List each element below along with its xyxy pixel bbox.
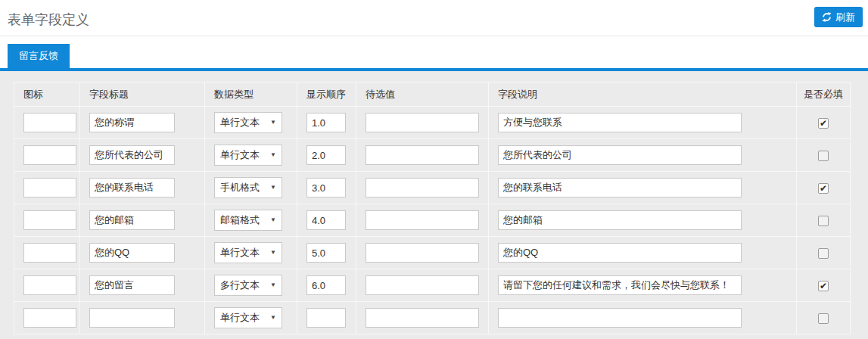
required-checkbox[interactable] bbox=[818, 151, 829, 161]
candidate-input[interactable] bbox=[366, 113, 479, 132]
required-checkbox[interactable]: ✔ bbox=[818, 281, 829, 291]
icon-input[interactable] bbox=[23, 113, 76, 132]
column-header-title: 字段标题 bbox=[80, 82, 205, 107]
display-order-input[interactable] bbox=[306, 210, 346, 230]
page-title: 表单字段定义 bbox=[8, 11, 89, 29]
icon-input[interactable] bbox=[23, 178, 76, 197]
column-header-icon: 图标 bbox=[14, 82, 80, 107]
chevron-down-icon: ▼ bbox=[270, 152, 276, 158]
content-panel: 图标 字段标题 数据类型 显示顺序 待选值 字段说明 是否必填 单行文本 ▼ ✔ bbox=[0, 71, 868, 339]
candidate-input[interactable] bbox=[366, 275, 479, 295]
column-header-order: 显示顺序 bbox=[297, 82, 356, 107]
data-type-value: 单行文本 bbox=[220, 311, 260, 325]
data-type-select[interactable]: 多行文本 ▼ bbox=[214, 275, 282, 296]
refresh-icon bbox=[822, 12, 832, 22]
data-type-value: 单行文本 bbox=[220, 148, 260, 162]
candidate-input[interactable] bbox=[366, 210, 479, 230]
chevron-down-icon: ▼ bbox=[270, 217, 276, 223]
data-type-value: 多行文本 bbox=[220, 278, 260, 292]
field-title-input[interactable] bbox=[89, 113, 175, 132]
icon-input[interactable] bbox=[23, 308, 76, 328]
column-header-candidate: 待选值 bbox=[356, 82, 489, 107]
data-type-select[interactable]: 单行文本 ▼ bbox=[214, 145, 282, 166]
required-checkbox[interactable] bbox=[818, 313, 829, 324]
data-type-select[interactable]: 单行文本 ▼ bbox=[214, 307, 282, 328]
column-header-desc: 字段说明 bbox=[489, 82, 797, 107]
display-order-input[interactable] bbox=[306, 178, 346, 197]
candidate-input[interactable] bbox=[366, 145, 479, 165]
field-title-input[interactable] bbox=[89, 145, 175, 165]
table-row: 单行文本 ▼ bbox=[14, 302, 851, 334]
field-desc-input[interactable] bbox=[498, 243, 742, 263]
tab-message-feedback[interactable]: 留言反馈 bbox=[8, 44, 70, 68]
candidate-input[interactable] bbox=[366, 308, 479, 328]
refresh-button[interactable]: 刷新 bbox=[814, 7, 863, 27]
icon-input[interactable] bbox=[23, 275, 76, 295]
table-row: 单行文本 ▼ ✔ bbox=[14, 107, 851, 139]
display-order-input[interactable] bbox=[306, 308, 346, 328]
table-row: 手机格式 ▼ ✔ bbox=[14, 172, 851, 204]
tab-bar: 留言反馈 bbox=[0, 36, 868, 68]
page-header: 表单字段定义 刷新 bbox=[0, 0, 868, 36]
icon-input[interactable] bbox=[23, 243, 76, 263]
data-type-value: 单行文本 bbox=[220, 116, 260, 129]
candidate-input[interactable] bbox=[366, 243, 479, 263]
data-type-select[interactable]: 邮箱格式 ▼ bbox=[214, 210, 282, 231]
column-header-required: 是否必填 bbox=[797, 82, 851, 107]
field-title-input[interactable] bbox=[89, 243, 175, 263]
field-title-input[interactable] bbox=[89, 210, 175, 230]
table-row: 多行文本 ▼ ✔ bbox=[14, 269, 851, 302]
field-desc-input[interactable] bbox=[498, 308, 742, 328]
field-table: 图标 字段标题 数据类型 显示顺序 待选值 字段说明 是否必填 单行文本 ▼ ✔ bbox=[14, 82, 851, 334]
chevron-down-icon: ▼ bbox=[270, 250, 276, 256]
required-checkbox[interactable]: ✔ bbox=[818, 118, 829, 129]
display-order-input[interactable] bbox=[306, 275, 346, 295]
data-type-value: 单行文本 bbox=[220, 246, 260, 260]
table-row: 单行文本 ▼ bbox=[14, 139, 851, 172]
data-type-select[interactable]: 手机格式 ▼ bbox=[214, 177, 282, 198]
chevron-down-icon: ▼ bbox=[270, 185, 276, 191]
data-type-value: 手机格式 bbox=[220, 181, 260, 194]
data-type-value: 邮箱格式 bbox=[220, 213, 260, 227]
icon-input[interactable] bbox=[23, 145, 76, 165]
display-order-input[interactable] bbox=[306, 145, 346, 165]
display-order-input[interactable] bbox=[306, 243, 346, 263]
required-checkbox[interactable]: ✔ bbox=[818, 183, 829, 194]
header-row: 图标 字段标题 数据类型 显示顺序 待选值 字段说明 是否必填 bbox=[14, 82, 851, 107]
chevron-down-icon: ▼ bbox=[270, 282, 276, 288]
icon-input[interactable] bbox=[23, 210, 76, 230]
field-title-input[interactable] bbox=[89, 178, 175, 197]
data-type-select[interactable]: 单行文本 ▼ bbox=[214, 242, 282, 263]
field-desc-input[interactable] bbox=[498, 145, 742, 165]
field-table-body: 单行文本 ▼ ✔ 单行文本 ▼ 手机格式 ▼ bbox=[14, 107, 851, 334]
field-title-input[interactable] bbox=[89, 275, 175, 295]
tab-label: 留言反馈 bbox=[19, 50, 58, 61]
field-title-input[interactable] bbox=[89, 308, 175, 328]
required-checkbox[interactable] bbox=[818, 216, 829, 226]
field-desc-input[interactable] bbox=[498, 113, 742, 132]
table-row: 单行文本 ▼ bbox=[14, 237, 851, 269]
refresh-label: 刷新 bbox=[835, 12, 855, 22]
column-header-type: 数据类型 bbox=[205, 82, 297, 107]
table-row: 邮箱格式 ▼ bbox=[14, 204, 851, 237]
candidate-input[interactable] bbox=[366, 178, 479, 197]
required-checkbox[interactable] bbox=[818, 248, 829, 259]
data-type-select[interactable]: 单行文本 ▼ bbox=[214, 112, 282, 133]
display-order-input[interactable] bbox=[306, 113, 346, 132]
field-desc-input[interactable] bbox=[498, 210, 742, 230]
chevron-down-icon: ▼ bbox=[270, 315, 276, 321]
field-desc-input[interactable] bbox=[498, 178, 742, 197]
field-desc-input[interactable] bbox=[498, 275, 742, 295]
chevron-down-icon: ▼ bbox=[270, 120, 276, 126]
